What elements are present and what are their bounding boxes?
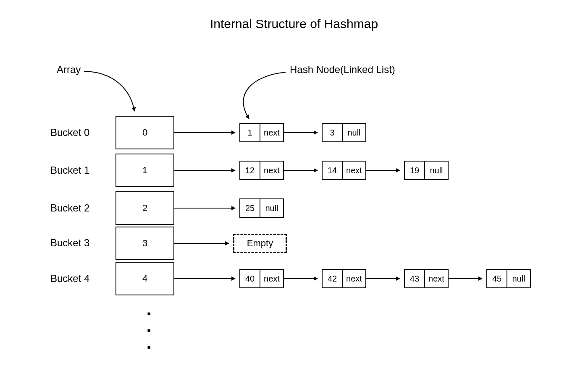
ellipsis-dot: ▪ bbox=[147, 341, 151, 354]
array-cell: 4 bbox=[116, 262, 174, 295]
hash-node: 12 next bbox=[239, 161, 284, 180]
bucket-label: Bucket 3 bbox=[50, 237, 89, 249]
diagram-title: Internal Structure of Hashmap bbox=[0, 17, 588, 31]
hashnode-label: Hash Node(Linked List) bbox=[290, 64, 395, 76]
node-pointer: null bbox=[260, 198, 284, 218]
node-value: 14 bbox=[322, 161, 343, 180]
node-pointer: next bbox=[343, 161, 366, 180]
hash-node: 14 next bbox=[322, 161, 366, 180]
ellipsis-dot: ▪ bbox=[147, 324, 151, 337]
node-value: 45 bbox=[486, 269, 507, 288]
node-value: 42 bbox=[322, 269, 343, 288]
hash-node: 1 next bbox=[239, 123, 284, 142]
array-cell: 0 bbox=[116, 116, 174, 149]
array-cell: 1 bbox=[116, 154, 174, 187]
node-value: 12 bbox=[239, 161, 260, 180]
array-cell: 2 bbox=[116, 191, 174, 225]
arrows-layer bbox=[0, 0, 588, 373]
node-value: 1 bbox=[239, 123, 260, 142]
empty-bucket: Empty bbox=[233, 234, 287, 253]
node-value: 43 bbox=[404, 269, 425, 288]
bucket-label: Bucket 0 bbox=[50, 127, 89, 138]
node-pointer: next bbox=[260, 161, 284, 180]
ellipsis-dot: ▪ bbox=[147, 307, 151, 320]
node-pointer: null bbox=[425, 161, 449, 180]
node-pointer: next bbox=[260, 269, 284, 288]
hash-node: 43 next bbox=[404, 269, 449, 288]
bucket-label: Bucket 2 bbox=[50, 202, 89, 214]
node-pointer: null bbox=[343, 123, 366, 142]
hash-node: 45 null bbox=[486, 269, 531, 288]
node-pointer: next bbox=[425, 269, 449, 288]
hash-node: 3 null bbox=[322, 123, 366, 142]
bucket-label: Bucket 4 bbox=[50, 273, 89, 284]
node-pointer: next bbox=[260, 123, 284, 142]
node-pointer: null bbox=[507, 269, 531, 288]
array-label: Array bbox=[57, 64, 81, 76]
node-value: 40 bbox=[239, 269, 260, 288]
node-pointer: next bbox=[343, 269, 366, 288]
bucket-label: Bucket 1 bbox=[50, 164, 89, 176]
node-value: 3 bbox=[322, 123, 343, 142]
array-cell: 3 bbox=[116, 227, 174, 260]
node-value: 25 bbox=[239, 198, 260, 218]
hash-node: 42 next bbox=[322, 269, 366, 288]
node-value: 19 bbox=[404, 161, 425, 180]
hash-node: 40 next bbox=[239, 269, 284, 288]
hash-node: 25 null bbox=[239, 198, 284, 218]
hash-node: 19 null bbox=[404, 161, 449, 180]
